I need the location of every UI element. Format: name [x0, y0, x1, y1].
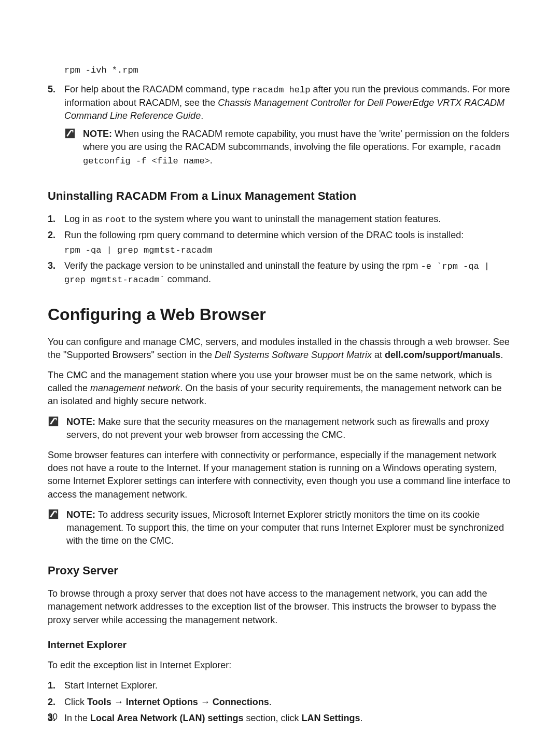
note-icon: [64, 128, 83, 168]
page-number: 30: [48, 711, 58, 723]
uninstall-step-3: 3. Verify the package version to be unin…: [48, 259, 512, 286]
note-block: NOTE: When using the RACADM remote capab…: [64, 128, 512, 168]
step-body: Log in as root to the system where you w…: [64, 213, 512, 226]
step-5: 5. For help about the RACADM command, ty…: [48, 83, 512, 173]
note-text: NOTE: To address security issues, Micros…: [66, 508, 512, 548]
heading-proxy: Proxy Server: [48, 563, 512, 579]
step-body: Run the following rpm query command to d…: [64, 229, 512, 256]
uninstall-step-1: 1. Log in as root to the system where yo…: [48, 213, 512, 226]
note-text: NOTE: When using the RACADM remote capab…: [83, 128, 512, 168]
heading-uninstall: Uninstalling RACADM From a Linux Managem…: [48, 188, 512, 204]
svg-rect-2: [49, 509, 58, 519]
heading-ie: Internet Explorer: [48, 638, 512, 652]
note-block-time: NOTE: To address security issues, Micros…: [48, 508, 512, 548]
step-body: Start Internet Explorer.: [64, 679, 512, 692]
step-list-top: 5. For help about the RACADM command, ty…: [48, 83, 512, 173]
note-icon: [48, 416, 66, 442]
ie-step-1: 1. Start Internet Explorer.: [48, 679, 512, 692]
step-number: 5.: [48, 83, 64, 173]
note-text: NOTE: Make sure that the security measur…: [66, 416, 512, 442]
code-line: rpm -ivh *.rpm: [64, 63, 512, 77]
step-number: 2.: [48, 696, 64, 709]
paragraph-ie-intro: To edit the exception list in Internet E…: [48, 659, 512, 672]
paragraph-interfere: Some browser features can interfere with…: [48, 449, 512, 501]
note-block-security: NOTE: Make sure that the security measur…: [48, 416, 512, 442]
paragraph-intro: You can configure and manage CMC, server…: [48, 336, 512, 362]
paragraph-network: The CMC and the management station where…: [48, 369, 512, 408]
step-number: 3.: [48, 259, 64, 286]
step-body: Click Tools → Internet Options → Connect…: [64, 696, 512, 709]
svg-rect-0: [65, 129, 75, 138]
ie-step-3: 3. In the Local Area Network (LAN) setti…: [48, 712, 512, 725]
note-icon: [48, 508, 66, 548]
uninstall-steps: 1. Log in as root to the system where yo…: [48, 213, 512, 286]
uninstall-step-2: 2. Run the following rpm query command t…: [48, 229, 512, 256]
ie-step-2: 2. Click Tools → Internet Options → Conn…: [48, 696, 512, 709]
paragraph-proxy: To browse through a proxy server that do…: [48, 587, 512, 627]
heading-configuring: Configuring a Web Browser: [48, 303, 512, 326]
svg-rect-1: [49, 416, 58, 425]
step-body: Verify the package version to be uninsta…: [64, 259, 512, 286]
step-body: In the Local Area Network (LAN) settings…: [64, 712, 512, 725]
step-number: 1.: [48, 679, 64, 692]
step-number: 2.: [48, 229, 64, 256]
step-number: 1.: [48, 213, 64, 226]
ie-steps: 1. Start Internet Explorer. 2. Click Too…: [48, 679, 512, 725]
step-body: For help about the RACADM command, type …: [64, 83, 512, 173]
